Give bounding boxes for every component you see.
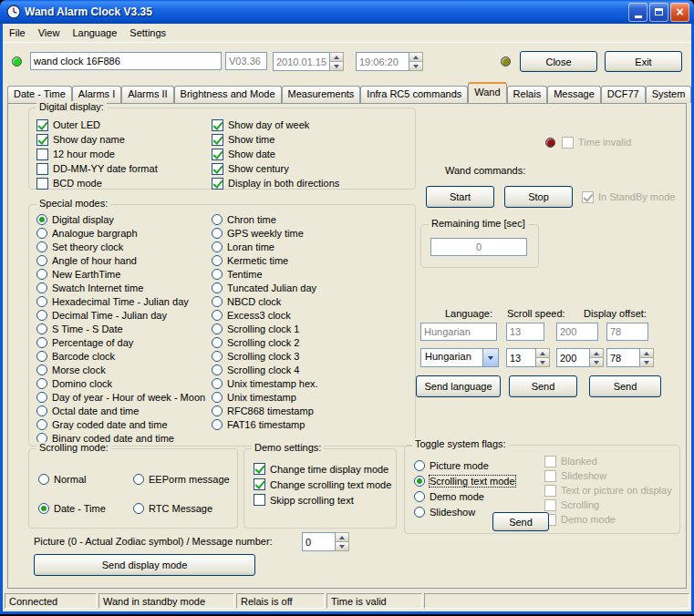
send-offset-button[interactable]: Send xyxy=(589,375,661,397)
radio-scrolling-clock-1[interactable]: Scrolling clock 1 xyxy=(212,322,318,335)
checkbox-12-hour-mode[interactable]: 12 hour mode xyxy=(36,147,158,161)
radio-gray-coded-date-and-time[interactable]: Gray coded date and time xyxy=(36,417,205,431)
spin-up-button[interactable] xyxy=(330,52,344,62)
radio-hexadecimal-time-julian-day[interactable]: Hexadecimal Time - Julian day xyxy=(36,294,205,308)
close-button[interactable]: Close xyxy=(520,51,597,72)
radio-fat16-timestamp[interactable]: FAT16 timestamp xyxy=(212,417,318,431)
start-button[interactable]: Start xyxy=(426,186,494,208)
radio-scrolling-clock-3[interactable]: Scrolling clock 3 xyxy=(212,349,318,363)
offset2-spinner[interactable] xyxy=(640,348,654,367)
checkbox-outer-led[interactable]: Outer LED xyxy=(36,118,158,132)
send-language-button[interactable]: Send language xyxy=(416,375,501,397)
radio-s-time-s-date[interactable]: S Time - S Date xyxy=(36,322,205,335)
radio-nbcd-clock[interactable]: NBCD clock xyxy=(212,294,318,308)
spin-down-button[interactable] xyxy=(590,358,604,367)
radio-rfc868-timestamp[interactable]: RFC868 timestamp xyxy=(212,404,318,417)
checkbox-show-time[interactable]: Show time xyxy=(212,132,339,147)
radio-set-theory-clock[interactable]: Set theory clock xyxy=(36,240,205,253)
menu-view[interactable]: View xyxy=(32,26,67,40)
radio-morse-clock[interactable]: Morse clock xyxy=(36,363,205,376)
checkbox-bcd-mode[interactable]: BCD mode xyxy=(36,176,158,190)
time-field[interactable] xyxy=(356,52,409,71)
offset1-field[interactable] xyxy=(556,348,590,367)
radio-gps-weekly-time[interactable]: GPS weekly time xyxy=(212,226,318,240)
radio-barcode-clock[interactable]: Barcode clock xyxy=(36,349,205,363)
radio-unix-timestamp-hex[interactable]: Unix timestamp hex. xyxy=(212,376,318,390)
tab-relais[interactable]: Relais xyxy=(507,86,548,103)
tab-message[interactable]: Message xyxy=(547,86,601,103)
language-select[interactable]: Hungarian xyxy=(420,348,499,367)
checkbox-show-date[interactable]: Show date xyxy=(212,147,339,161)
radio-excess3-clock[interactable]: Excess3 clock xyxy=(212,308,318,322)
radio-loran-time[interactable]: Loran time xyxy=(212,240,318,253)
send-flags-button[interactable]: Send xyxy=(492,512,549,531)
maximize-button[interactable] xyxy=(649,3,668,22)
spin-up-button[interactable] xyxy=(590,348,604,358)
checkbox-skipp-scrolling-text[interactable]: Skipp scrolling text xyxy=(254,492,391,508)
radio-date-time[interactable]: Date - Time xyxy=(38,501,133,516)
checkbox-change-time-display-mode[interactable]: Change time display mode xyxy=(254,461,391,477)
radio-scrolling-text-mode[interactable]: Scrolling text mode xyxy=(414,473,515,488)
radio-digital-display[interactable]: Digital display xyxy=(36,212,205,226)
radio-picture-mode[interactable]: Picture mode xyxy=(414,457,515,473)
radio-eeporm-message[interactable]: EEPorm message xyxy=(133,472,232,487)
scroll-speed-field[interactable] xyxy=(506,348,536,367)
scroll-speed-spinner[interactable] xyxy=(536,348,550,367)
radio-swatch-internet-time[interactable]: Swatch Internet time xyxy=(36,281,205,294)
menu-file[interactable]: File xyxy=(3,26,32,40)
checkbox-show-century[interactable]: Show century xyxy=(212,161,339,176)
radio-chron-time[interactable]: Chron time xyxy=(212,212,318,226)
checkbox-show-day-of-week[interactable]: Show day of week xyxy=(212,118,339,132)
spin-down-button[interactable] xyxy=(536,358,550,367)
tab-brightness-and-mode[interactable]: Brightness and Mode xyxy=(174,86,282,103)
spin-down-button[interactable] xyxy=(336,542,349,551)
spin-up-button[interactable] xyxy=(409,52,423,62)
radio-percentage-of-day[interactable]: Percentage of day xyxy=(36,335,205,349)
radio-tentime[interactable]: Tentime xyxy=(212,267,318,281)
radio-angle-of-hour-hand[interactable]: Angle of hour hand xyxy=(36,253,205,267)
radio-domino-clock[interactable]: Domino clock xyxy=(36,376,205,390)
radio-unix-timestamp[interactable]: Unix timestamp xyxy=(212,390,318,404)
send-speed-button[interactable]: Send xyxy=(509,375,577,397)
spin-up-button[interactable] xyxy=(336,532,349,542)
radio-new-earthtime[interactable]: New EarthTime xyxy=(36,267,205,281)
close-window-button[interactable]: × xyxy=(670,3,689,22)
radio-tuncated-julian-day[interactable]: Tuncated Julian day xyxy=(212,281,318,294)
exit-button[interactable]: Exit xyxy=(605,51,682,72)
tab-alarms-ii[interactable]: Alarms II xyxy=(121,86,173,103)
radio-analogue-bargraph[interactable]: Analogue bargraph xyxy=(36,226,205,240)
radio-normal[interactable]: Normal xyxy=(38,472,133,487)
radio-octal-date-and-time[interactable]: Octal date and time xyxy=(36,404,205,417)
radio-rtc-message[interactable]: RTC Message xyxy=(133,501,232,516)
date-field[interactable] xyxy=(273,52,330,71)
radio-day-of-year-hour-of-week-moon[interactable]: Day of year - Hour of week - Moon xyxy=(36,390,205,404)
menu-settings[interactable]: Settings xyxy=(123,26,172,40)
spin-down-button[interactable] xyxy=(409,62,423,71)
chevron-down-icon[interactable] xyxy=(482,349,498,366)
time-spinner[interactable] xyxy=(409,52,423,71)
tab-dcf77[interactable]: DCF77 xyxy=(601,86,646,103)
spin-up-button[interactable] xyxy=(640,348,654,358)
tab-wand[interactable]: Wand xyxy=(468,82,506,103)
menu-language[interactable]: Language xyxy=(66,26,123,40)
checkbox-dd-mm-yy-date-format[interactable]: DD-MM-YY date format xyxy=(36,161,158,176)
picture-number-field[interactable] xyxy=(302,532,336,551)
spin-down-button[interactable] xyxy=(640,358,654,367)
radio-demo-mode[interactable]: Demo mode xyxy=(414,488,515,504)
checkbox-change-scrolling-text-mode[interactable]: Change scrolling text mode xyxy=(254,477,391,492)
radio-scrolling-clock-2[interactable]: Scrolling clock 2 xyxy=(212,335,318,349)
radio-decimal-time-julian-day[interactable]: Decimal Time - Julian day xyxy=(36,308,205,322)
tab-infra-rc5-commands[interactable]: Infra RC5 commands xyxy=(360,86,468,103)
spin-down-button[interactable] xyxy=(330,62,344,71)
minimize-button[interactable] xyxy=(628,3,647,22)
tab-measurements[interactable]: Measurements xyxy=(282,86,361,103)
offset1-spinner[interactable] xyxy=(590,348,604,367)
send-display-mode-button[interactable]: Send display mode xyxy=(34,554,255,576)
picture-number-spinner[interactable] xyxy=(336,532,349,551)
stop-button[interactable]: Stop xyxy=(504,186,573,208)
date-spinner[interactable] xyxy=(330,52,344,71)
spin-up-button[interactable] xyxy=(536,348,550,358)
device-name-field[interactable] xyxy=(30,52,222,70)
radio-kermetic-time[interactable]: Kermetic time xyxy=(212,253,318,267)
offset2-field[interactable] xyxy=(606,348,640,367)
